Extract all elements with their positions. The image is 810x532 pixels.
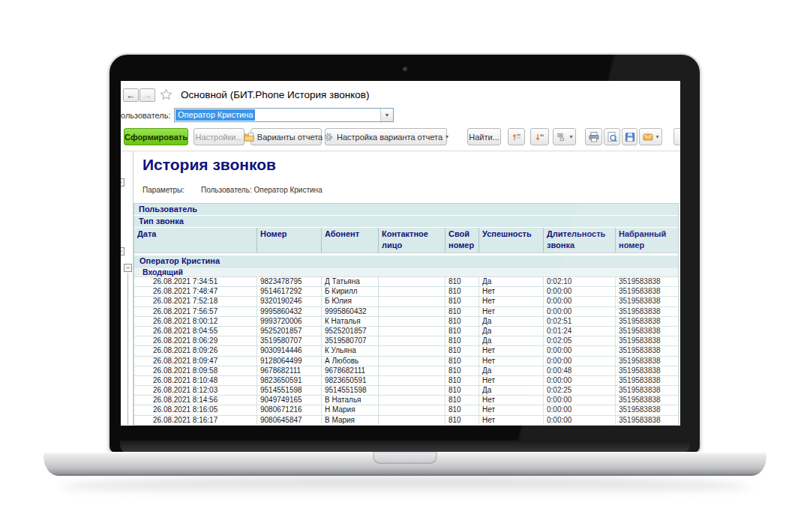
table-cell[interactable]: Нет <box>478 405 543 414</box>
table-cell[interactable]: 9678682111 <box>256 366 321 375</box>
table-row[interactable]: 26.08.2021 7:34:519823478795Д Татьяна810… <box>134 277 678 287</box>
table-cell[interactable]: 810 <box>445 376 478 385</box>
table-row[interactable]: 26.08.2021 8:09:269030914446К Ульяна810Н… <box>134 346 678 356</box>
table-cell[interactable]: Нет <box>478 376 543 385</box>
table-cell[interactable]: 9823650591 <box>256 376 321 385</box>
table-cell[interactable] <box>378 366 445 375</box>
user-combo-box[interactable]: Оператор Кристина ▾ <box>174 108 394 122</box>
table-cell[interactable]: 810 <box>445 307 478 316</box>
table-cell[interactable]: 3519583838 <box>615 386 678 395</box>
table-cell[interactable]: 0:00:00 <box>543 357 615 366</box>
table-cell[interactable] <box>378 327 445 336</box>
table-cell[interactable] <box>378 416 445 425</box>
table-cell[interactable]: К Ульяна <box>321 346 378 355</box>
table-cell[interactable]: 810 <box>445 396 478 405</box>
table-cell[interactable]: 810 <box>445 317 478 326</box>
table-cell[interactable] <box>378 396 445 405</box>
table-cell[interactable]: Нет <box>478 346 543 355</box>
table-cell[interactable]: 26.08.2021 8:06:29 <box>134 336 256 345</box>
table-cell[interactable]: 0:02:51 <box>543 317 615 326</box>
table-cell[interactable]: Да <box>478 386 543 395</box>
group-expander-icon[interactable]: − <box>121 247 124 256</box>
table-cell[interactable]: 9993720006 <box>256 317 321 326</box>
table-row[interactable]: 26.08.2021 8:12:039514551598951455159881… <box>134 386 678 396</box>
table-cell[interactable]: 9128064499 <box>256 357 321 366</box>
table-cell[interactable]: 0:02:05 <box>543 336 615 345</box>
table-cell[interactable]: 0:00:48 <box>543 366 615 375</box>
table-cell[interactable]: 3519580707 <box>321 336 378 345</box>
table-cell[interactable]: 3519583838 <box>615 357 678 366</box>
table-cell[interactable]: 26.08.2021 8:09:58 <box>134 366 256 375</box>
table-row[interactable]: 26.08.2021 8:14:569049749165В Наталья810… <box>134 396 678 405</box>
table-cell[interactable]: 3519583838 <box>615 327 678 336</box>
table-cell[interactable] <box>378 307 445 316</box>
table-cell[interactable]: 0:00:00 <box>543 307 615 316</box>
table-cell[interactable]: 0:00:00 <box>543 297 615 306</box>
table-cell[interactable]: Нет <box>478 307 543 316</box>
table-cell[interactable]: 0:00:00 <box>543 287 615 296</box>
table-cell[interactable] <box>378 386 445 395</box>
table-cell[interactable]: Да <box>478 366 543 375</box>
table-cell[interactable]: 26.08.2021 8:12:03 <box>134 386 256 395</box>
group-expander-icon[interactable]: − <box>124 264 132 272</box>
table-cell[interactable]: 0:00:00 <box>543 416 615 425</box>
combo-dropdown-button[interactable]: ▾ <box>380 109 393 121</box>
table-cell[interactable]: 3519583838 <box>615 376 678 385</box>
table-cell[interactable]: 0:02:25 <box>543 386 615 395</box>
table-cell[interactable]: 9080645847 <box>256 416 321 425</box>
clipped-toolbar-button[interactable] <box>674 128 680 145</box>
table-cell[interactable]: 3519583838 <box>615 336 678 345</box>
table-row[interactable]: 26.08.2021 8:09:589678682111967868211181… <box>134 366 678 376</box>
table-cell[interactable]: 9049749165 <box>256 396 321 405</box>
table-cell[interactable]: Б Кирилл <box>321 287 378 296</box>
table-cell[interactable]: 810 <box>445 287 478 296</box>
table-cell[interactable]: 26.08.2021 8:10:48 <box>134 376 256 385</box>
table-row[interactable]: 26.08.2021 7:48:479514617292Б Кирилл810Н… <box>134 287 678 297</box>
table-row[interactable]: 26.08.2021 8:06:293519580707351958070781… <box>134 336 678 346</box>
table-cell[interactable]: 3519583838 <box>615 405 678 414</box>
settings-button[interactable]: Настройки... <box>194 128 244 145</box>
table-cell[interactable]: 26.08.2021 7:52:18 <box>134 297 256 306</box>
table-cell[interactable]: 810 <box>445 405 478 414</box>
print-button[interactable] <box>585 128 602 145</box>
table-row[interactable]: 26.08.2021 8:09:479128064499А Любовь810Н… <box>134 357 678 366</box>
user-combo-value[interactable]: Оператор Кристина <box>176 109 255 121</box>
table-cell[interactable]: 0:00:00 <box>543 405 615 414</box>
forward-button[interactable]: → <box>140 88 155 102</box>
grouping-levels-button[interactable]: ▾ <box>553 128 576 145</box>
table-cell[interactable]: Нет <box>478 297 543 306</box>
table-cell[interactable]: 810 <box>445 357 478 366</box>
table-cell[interactable]: Д Татьяна <box>321 277 378 286</box>
favorite-star-icon[interactable] <box>160 88 172 103</box>
table-cell[interactable]: Н Мария <box>321 405 378 414</box>
table-cell[interactable]: 3519583838 <box>615 297 678 306</box>
table-cell[interactable]: 3519583838 <box>615 416 678 425</box>
table-cell[interactable]: 810 <box>445 336 478 345</box>
report-variants-button[interactable]: Варианты отчета ▾ <box>250 128 322 145</box>
table-cell[interactable]: 9030914446 <box>256 346 321 355</box>
table-cell[interactable]: А Любовь <box>321 357 378 366</box>
table-cell[interactable]: 810 <box>445 346 478 355</box>
table-cell[interactable]: 9678682111 <box>321 366 378 375</box>
table-cell[interactable]: 0:00:00 <box>543 396 615 405</box>
table-cell[interactable]: В Наталья <box>321 396 378 405</box>
table-cell[interactable]: 3519583838 <box>615 396 678 405</box>
table-cell[interactable] <box>378 376 445 385</box>
table-cell[interactable]: 3519583838 <box>615 346 678 355</box>
group-row-user[interactable]: Оператор Кристина <box>134 256 678 267</box>
table-cell[interactable]: 9080671216 <box>256 405 321 414</box>
table-cell[interactable]: Нет <box>478 287 543 296</box>
save-button[interactable] <box>622 128 638 145</box>
table-row[interactable]: 26.08.2021 8:10:489823650591982365059181… <box>134 376 678 386</box>
table-cell[interactable] <box>378 357 445 366</box>
collapse-groups-button[interactable] <box>508 128 525 145</box>
table-cell[interactable]: Нет <box>478 357 543 366</box>
table-cell[interactable]: 3519583838 <box>615 277 678 286</box>
back-button[interactable]: ← <box>123 88 139 102</box>
table-cell[interactable]: Да <box>478 327 543 336</box>
variant-setup-button[interactable]: Настройка варианта отчета ▾ <box>325 128 447 145</box>
table-cell[interactable]: 26.08.2021 8:14:56 <box>134 396 256 405</box>
table-cell[interactable]: 26.08.2021 7:34:51 <box>134 277 256 286</box>
send-mail-button[interactable]: ▾ <box>639 128 662 145</box>
table-cell[interactable]: 9320190246 <box>256 297 321 306</box>
